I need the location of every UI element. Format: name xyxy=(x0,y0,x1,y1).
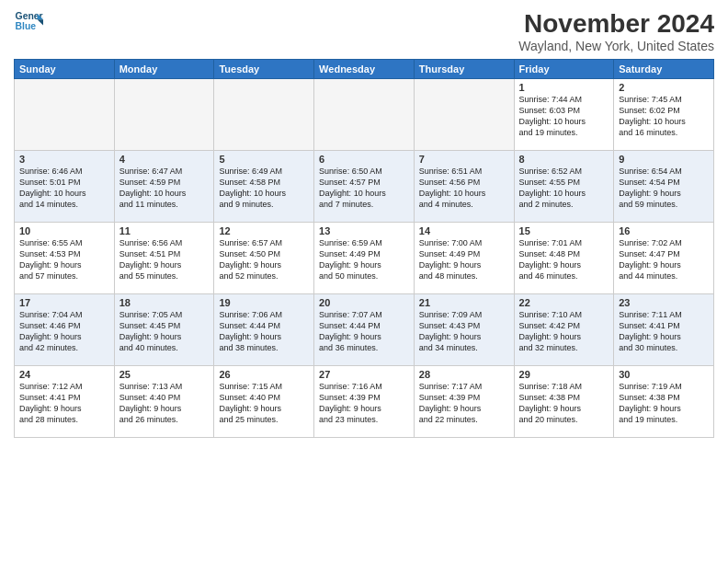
day-info: Sunrise: 7:06 AM Sunset: 4:44 PM Dayligh… xyxy=(219,309,309,354)
calendar-cell: 2Sunrise: 7:45 AM Sunset: 6:02 PM Daylig… xyxy=(614,79,714,151)
calendar-cell: 1Sunrise: 7:44 AM Sunset: 6:03 PM Daylig… xyxy=(514,79,614,151)
day-number: 12 xyxy=(219,225,309,236)
weekday-header-saturday: Saturday xyxy=(614,60,714,79)
day-number: 28 xyxy=(419,369,509,380)
calendar-cell: 4Sunrise: 6:47 AM Sunset: 4:59 PM Daylig… xyxy=(114,151,214,223)
day-number: 1 xyxy=(519,82,609,93)
weekday-header-tuesday: Tuesday xyxy=(214,60,314,79)
day-info: Sunrise: 6:50 AM Sunset: 4:57 PM Dayligh… xyxy=(319,166,409,211)
calendar-week-0: 1Sunrise: 7:44 AM Sunset: 6:03 PM Daylig… xyxy=(15,79,714,151)
calendar-cell xyxy=(414,79,514,151)
day-number: 20 xyxy=(319,297,409,308)
day-number: 8 xyxy=(519,154,609,165)
calendar-cell: 14Sunrise: 7:00 AM Sunset: 4:49 PM Dayli… xyxy=(414,223,514,294)
calendar-cell: 13Sunrise: 6:59 AM Sunset: 4:49 PM Dayli… xyxy=(314,223,415,294)
calendar-cell xyxy=(114,79,214,151)
day-number: 30 xyxy=(619,369,709,380)
calendar-cell: 5Sunrise: 6:49 AM Sunset: 4:58 PM Daylig… xyxy=(214,151,314,223)
page-container: General Blue November 2024 Wayland, New … xyxy=(0,0,728,442)
calendar-cell: 10Sunrise: 6:55 AM Sunset: 4:53 PM Dayli… xyxy=(15,223,115,294)
day-number: 23 xyxy=(619,297,709,308)
location: Wayland, New York, United States xyxy=(518,39,714,53)
day-info: Sunrise: 7:15 AM Sunset: 4:40 PM Dayligh… xyxy=(219,381,309,426)
calendar-cell: 25Sunrise: 7:13 AM Sunset: 4:40 PM Dayli… xyxy=(114,366,214,438)
day-number: 2 xyxy=(619,82,709,93)
weekday-header-wednesday: Wednesday xyxy=(314,60,415,79)
day-number: 7 xyxy=(419,154,509,165)
calendar-week-4: 24Sunrise: 7:12 AM Sunset: 4:41 PM Dayli… xyxy=(15,366,714,438)
calendar-cell: 8Sunrise: 6:52 AM Sunset: 4:55 PM Daylig… xyxy=(514,151,614,223)
calendar-week-2: 10Sunrise: 6:55 AM Sunset: 4:53 PM Dayli… xyxy=(15,223,714,294)
header-row: General Blue November 2024 Wayland, New … xyxy=(14,9,714,53)
svg-text:Blue: Blue xyxy=(16,21,37,31)
day-number: 17 xyxy=(19,297,109,308)
day-number: 10 xyxy=(19,225,109,236)
day-number: 14 xyxy=(419,225,509,236)
calendar-cell: 6Sunrise: 6:50 AM Sunset: 4:57 PM Daylig… xyxy=(314,151,415,223)
day-info: Sunrise: 6:56 AM Sunset: 4:51 PM Dayligh… xyxy=(119,237,210,282)
day-number: 22 xyxy=(519,297,609,308)
logo-icon: General Blue xyxy=(14,9,43,35)
day-info: Sunrise: 7:18 AM Sunset: 4:38 PM Dayligh… xyxy=(519,381,609,426)
day-info: Sunrise: 7:09 AM Sunset: 4:43 PM Dayligh… xyxy=(419,309,509,354)
day-number: 16 xyxy=(619,225,709,236)
calendar-cell: 18Sunrise: 7:05 AM Sunset: 4:45 PM Dayli… xyxy=(114,294,214,366)
calendar-cell: 22Sunrise: 7:10 AM Sunset: 4:42 PM Dayli… xyxy=(514,294,614,366)
day-info: Sunrise: 7:17 AM Sunset: 4:39 PM Dayligh… xyxy=(419,381,509,426)
day-info: Sunrise: 7:12 AM Sunset: 4:41 PM Dayligh… xyxy=(19,381,109,426)
calendar-cell: 7Sunrise: 6:51 AM Sunset: 4:56 PM Daylig… xyxy=(414,151,514,223)
weekday-header-row: SundayMondayTuesdayWednesdayThursdayFrid… xyxy=(15,60,714,79)
calendar-cell: 16Sunrise: 7:02 AM Sunset: 4:47 PM Dayli… xyxy=(614,223,714,294)
title-block: November 2024 Wayland, New York, United … xyxy=(518,9,714,53)
day-info: Sunrise: 6:57 AM Sunset: 4:50 PM Dayligh… xyxy=(219,237,309,282)
calendar-cell xyxy=(314,79,415,151)
day-number: 21 xyxy=(419,297,509,308)
day-info: Sunrise: 7:16 AM Sunset: 4:39 PM Dayligh… xyxy=(319,381,409,426)
calendar-week-3: 17Sunrise: 7:04 AM Sunset: 4:46 PM Dayli… xyxy=(15,294,714,366)
day-number: 25 xyxy=(119,369,210,380)
calendar-cell: 27Sunrise: 7:16 AM Sunset: 4:39 PM Dayli… xyxy=(314,366,415,438)
day-number: 24 xyxy=(19,369,109,380)
day-info: Sunrise: 7:02 AM Sunset: 4:47 PM Dayligh… xyxy=(619,237,709,282)
calendar-cell: 3Sunrise: 6:46 AM Sunset: 5:01 PM Daylig… xyxy=(15,151,115,223)
weekday-header-monday: Monday xyxy=(114,60,214,79)
day-number: 19 xyxy=(219,297,309,308)
day-number: 15 xyxy=(519,225,609,236)
day-info: Sunrise: 7:19 AM Sunset: 4:38 PM Dayligh… xyxy=(619,381,709,426)
calendar-cell: 29Sunrise: 7:18 AM Sunset: 4:38 PM Dayli… xyxy=(514,366,614,438)
day-number: 29 xyxy=(519,369,609,380)
day-info: Sunrise: 7:04 AM Sunset: 4:46 PM Dayligh… xyxy=(19,309,109,354)
calendar-cell: 21Sunrise: 7:09 AM Sunset: 4:43 PM Dayli… xyxy=(414,294,514,366)
calendar-cell: 19Sunrise: 7:06 AM Sunset: 4:44 PM Dayli… xyxy=(214,294,314,366)
day-info: Sunrise: 7:00 AM Sunset: 4:49 PM Dayligh… xyxy=(419,237,509,282)
calendar-cell xyxy=(214,79,314,151)
day-info: Sunrise: 6:51 AM Sunset: 4:56 PM Dayligh… xyxy=(419,166,509,211)
day-number: 27 xyxy=(319,369,409,380)
day-info: Sunrise: 6:52 AM Sunset: 4:55 PM Dayligh… xyxy=(519,166,609,211)
calendar-cell: 24Sunrise: 7:12 AM Sunset: 4:41 PM Dayli… xyxy=(15,366,115,438)
day-info: Sunrise: 7:07 AM Sunset: 4:44 PM Dayligh… xyxy=(319,309,409,354)
day-number: 13 xyxy=(319,225,409,236)
month-title: November 2024 xyxy=(518,9,714,39)
calendar-week-1: 3Sunrise: 6:46 AM Sunset: 5:01 PM Daylig… xyxy=(15,151,714,223)
day-info: Sunrise: 7:45 AM Sunset: 6:02 PM Dayligh… xyxy=(619,94,709,139)
day-info: Sunrise: 6:55 AM Sunset: 4:53 PM Dayligh… xyxy=(19,237,109,282)
calendar-cell: 17Sunrise: 7:04 AM Sunset: 4:46 PM Dayli… xyxy=(15,294,115,366)
logo: General Blue xyxy=(14,9,43,35)
calendar-cell: 11Sunrise: 6:56 AM Sunset: 4:51 PM Dayli… xyxy=(114,223,214,294)
day-number: 4 xyxy=(119,154,210,165)
weekday-header-sunday: Sunday xyxy=(15,60,115,79)
calendar-cell xyxy=(15,79,115,151)
calendar-cell: 30Sunrise: 7:19 AM Sunset: 4:38 PM Dayli… xyxy=(614,366,714,438)
day-number: 6 xyxy=(319,154,409,165)
weekday-header-thursday: Thursday xyxy=(414,60,514,79)
calendar-cell: 23Sunrise: 7:11 AM Sunset: 4:41 PM Dayli… xyxy=(614,294,714,366)
day-info: Sunrise: 7:05 AM Sunset: 4:45 PM Dayligh… xyxy=(119,309,210,354)
calendar-cell: 12Sunrise: 6:57 AM Sunset: 4:50 PM Dayli… xyxy=(214,223,314,294)
day-number: 3 xyxy=(19,154,109,165)
calendar-cell: 20Sunrise: 7:07 AM Sunset: 4:44 PM Dayli… xyxy=(314,294,415,366)
day-info: Sunrise: 6:46 AM Sunset: 5:01 PM Dayligh… xyxy=(19,166,109,211)
day-info: Sunrise: 7:11 AM Sunset: 4:41 PM Dayligh… xyxy=(619,309,709,354)
day-info: Sunrise: 7:01 AM Sunset: 4:48 PM Dayligh… xyxy=(519,237,609,282)
day-number: 5 xyxy=(219,154,309,165)
